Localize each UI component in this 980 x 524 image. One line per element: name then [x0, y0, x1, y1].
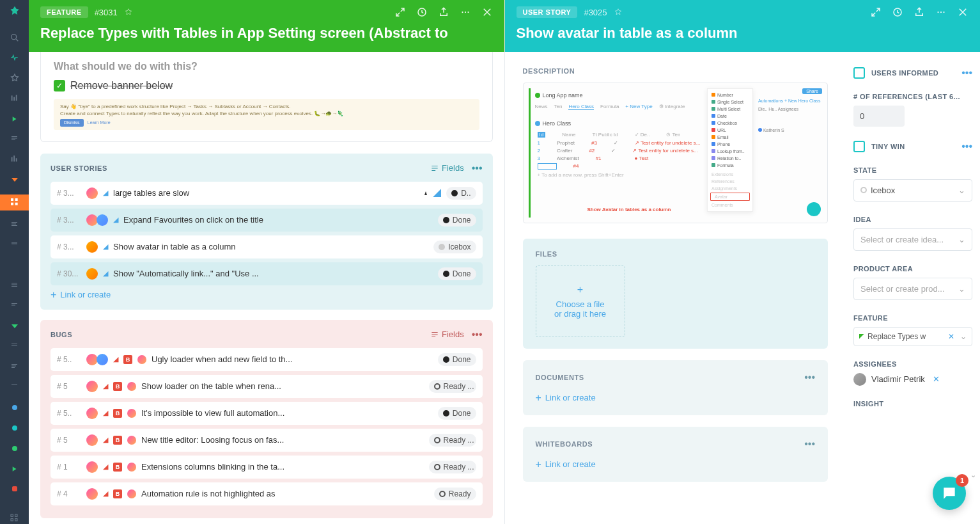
field-more-icon[interactable]: ••• [961, 67, 972, 79]
svg-rect-14 [15, 203, 17, 205]
avatar-icon [86, 241, 98, 253]
story-item[interactable]: # 30... ◢ Show "Automatically link..." a… [51, 262, 483, 285]
status-pill: Done [438, 407, 476, 420]
description-screenshot[interactable]: Long App name News Ten Hero Class Formul… [523, 83, 828, 223]
list6-icon[interactable] [8, 341, 21, 353]
bars2-icon[interactable] [8, 154, 21, 166]
close-icon[interactable] [957, 6, 968, 18]
story-item[interactable]: # 3... ◢ large tables are slow D.. [51, 182, 483, 205]
assignee-chip[interactable]: Vladimir Petrik ✕ [853, 373, 972, 386]
effort-icon: ◢ [103, 436, 108, 444]
more-icon[interactable] [935, 6, 947, 18]
svg-rect-23 [12, 303, 17, 304]
bug-item[interactable]: # 1 ◢ B Extensions columns blinking in t… [51, 456, 483, 479]
star-icon[interactable] [8, 73, 21, 84]
product-area-select[interactable]: Select or create prod... ⌄ [853, 278, 972, 300]
list3-icon[interactable] [8, 240, 21, 251]
list8-icon[interactable] [8, 382, 21, 393]
svg-point-41 [940, 12, 942, 13]
file-drop-zone[interactable]: + Choose a file or drag it here [536, 266, 625, 337]
bug-badge-icon: B [113, 436, 122, 445]
avatar-icon [127, 463, 136, 472]
dot-red-icon[interactable] [8, 484, 21, 495]
svg-rect-3 [13, 97, 15, 101]
grid-icon[interactable] [0, 195, 29, 210]
intercom-button[interactable]: 1 [933, 477, 966, 510]
expand-icon[interactable] [870, 6, 882, 18]
star-icon[interactable] [124, 8, 133, 17]
search-icon[interactable] [8, 32, 21, 44]
dot-green-icon[interactable] [8, 443, 21, 454]
svg-rect-15 [12, 222, 17, 223]
star-icon[interactable] [614, 8, 623, 17]
remove-icon[interactable]: ✕ [933, 374, 940, 384]
share-icon[interactable] [438, 6, 449, 18]
idea-select[interactable]: Select or create idea... ⌄ [853, 228, 972, 251]
checklist-item[interactable]: ✓ Remove banner below [54, 80, 479, 91]
list5-icon[interactable] [8, 301, 21, 312]
more-icon[interactable] [460, 6, 471, 18]
story-item[interactable]: # 3... ◢ Show avatar in table as a colum… [51, 235, 483, 258]
link-or-create-button[interactable]: +Link or create [536, 392, 816, 404]
bug-item[interactable]: # 5 ◢ B Show loader on the table when re… [51, 375, 483, 398]
play2-icon[interactable] [8, 463, 21, 475]
state-select[interactable]: Icebox ⌄ [853, 179, 972, 202]
bug-item[interactable]: # 5 ◢ B New title editor: Loosing focus … [51, 429, 483, 452]
share-icon[interactable] [914, 6, 925, 18]
feature-id: #3031 [95, 8, 118, 17]
remove-icon[interactable]: ✕ [948, 332, 954, 341]
list4-icon[interactable] [8, 280, 21, 292]
link-or-create-button[interactable]: +Link or create [51, 289, 483, 301]
dot-blue-icon[interactable] [8, 402, 21, 414]
section-more-icon[interactable]: ••• [472, 163, 483, 174]
status-pill: Done [438, 267, 476, 280]
close-icon[interactable] [481, 6, 493, 18]
avatar-icon [137, 355, 146, 364]
documents-label: DOCUMENTS [536, 374, 584, 381]
triangle-right-icon[interactable] [8, 260, 21, 271]
status-pill: Icebox [433, 241, 476, 253]
fields-button[interactable]: Fields [430, 163, 464, 173]
triangle-down-green-icon[interactable] [8, 321, 21, 333]
avatar-icon [86, 381, 98, 392]
bug-item[interactable]: # 4 ◢ B Automation rule is not highlight… [51, 482, 483, 505]
bug-item[interactable]: # 5.. ◢ B Ugly loader when add new field… [51, 348, 483, 371]
list-icon[interactable] [8, 134, 21, 145]
history-icon[interactable] [416, 6, 428, 18]
field-more-icon[interactable]: ••• [961, 141, 972, 152]
feature-chip[interactable]: Replace Types w ✕ ⌄ [853, 327, 972, 346]
expand-icon[interactable] [394, 6, 406, 18]
bars-icon[interactable] [8, 93, 21, 104]
svg-rect-33 [11, 519, 13, 521]
history-icon[interactable] [892, 6, 903, 18]
triangle-down-icon[interactable] [8, 174, 21, 186]
bug-badge-icon: B [113, 489, 122, 498]
avatar-icon [86, 488, 98, 500]
chevron-down-icon[interactable]: ⌄ [970, 471, 976, 479]
bug-item[interactable]: # 5.. ◢ B It's impossible to view full a… [51, 402, 483, 425]
section-more-icon[interactable]: ••• [804, 438, 815, 450]
fields-button[interactable]: Fields [430, 329, 464, 339]
list7-icon[interactable] [8, 361, 21, 373]
app-logo-icon[interactable] [8, 5, 22, 18]
pulse-icon[interactable] [8, 52, 21, 64]
apps-icon[interactable] [8, 512, 21, 524]
story-item[interactable]: # 3... ◢ Expand Favourites on click on t… [51, 209, 483, 232]
svg-rect-32 [15, 514, 17, 516]
svg-rect-21 [12, 284, 17, 285]
avatar-icon [97, 354, 108, 365]
svg-point-38 [467, 12, 469, 13]
section-more-icon[interactable]: ••• [472, 329, 483, 340]
users-informed-checkbox[interactable] [853, 67, 865, 79]
play-icon[interactable] [8, 113, 21, 125]
svg-rect-4 [15, 95, 17, 100]
svg-rect-25 [12, 344, 17, 344]
list2-icon[interactable] [8, 219, 21, 231]
link-or-create-button[interactable]: +Link or create [536, 459, 816, 470]
dot-teal-icon[interactable] [8, 422, 21, 434]
svg-rect-9 [13, 156, 15, 162]
section-more-icon[interactable]: ••• [804, 372, 815, 383]
avatar-icon [97, 214, 108, 226]
tiny-win-checkbox[interactable] [853, 141, 865, 152]
story-pane: USER STORY #3025 Show avatar in table as… [505, 0, 981, 524]
